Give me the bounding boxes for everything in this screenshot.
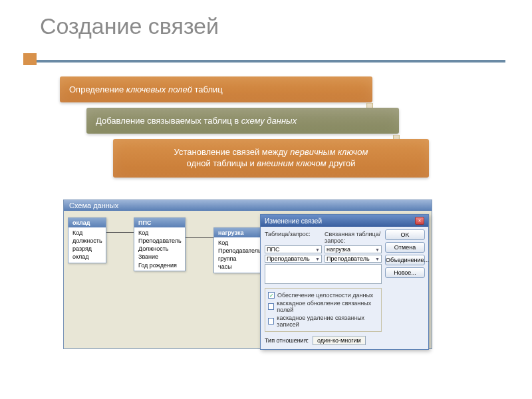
table-body: Код Преподаватель группа часы xyxy=(214,237,261,273)
table-header: нагрузка xyxy=(214,228,261,237)
combo-left-table[interactable]: ППС▼ xyxy=(265,245,322,253)
field: Преподаватель xyxy=(218,247,257,255)
step-3: Установление связей между первичным ключ… xyxy=(113,139,429,178)
slide-title: Создание связей xyxy=(40,13,532,39)
step-3-text: Установление связей между первичным ключ… xyxy=(174,147,368,168)
accent-bar xyxy=(23,53,37,65)
table-header: оклад xyxy=(68,218,106,227)
dialog-body: Таблица/запрос: Связанная таблица/запрос… xyxy=(261,227,428,349)
relation-type-row: Тип отношения: один-ко-многим xyxy=(265,336,424,345)
check-label: каскадное удаление связанных записей xyxy=(277,315,378,328)
checkbox-icon: ✓ xyxy=(268,292,275,299)
chevron-down-icon: ▼ xyxy=(315,257,320,261)
field: оклад xyxy=(72,253,102,261)
edit-relationships-dialog: Изменение связей × Таблица/запрос: Связа… xyxy=(260,214,429,350)
checkbox-row[interactable]: ✓Обеспечение целостности данных xyxy=(268,292,378,299)
table-header: ППС xyxy=(134,218,185,227)
relation-type-value: один-ко-многим xyxy=(313,336,366,345)
schema-canvas[interactable]: оклад Код должность разряд оклад ППС Код… xyxy=(64,211,432,344)
dialog-buttons: OK Отмена Объединение... Новое... xyxy=(385,229,425,278)
field: Код xyxy=(138,229,181,237)
cancel-button[interactable]: Отмена xyxy=(385,242,425,253)
close-icon[interactable]: × xyxy=(415,217,424,225)
relation-type-label: Тип отношения: xyxy=(265,337,309,344)
chevron-down-icon: ▼ xyxy=(315,247,320,252)
label-table: Таблица/запрос: xyxy=(265,231,322,244)
step-2: Добавление связываемых таблиц в схему да… xyxy=(86,108,399,134)
field: Должность xyxy=(138,245,181,253)
divider-line xyxy=(37,60,505,63)
new-button[interactable]: Новое... xyxy=(385,267,425,278)
table-nagruzka[interactable]: нагрузка Код Преподаватель группа часы xyxy=(213,227,261,273)
relation-line xyxy=(186,237,213,238)
field: Код xyxy=(72,229,102,237)
grid-blank-rows[interactable] xyxy=(265,264,382,284)
chevron-down-icon: ▼ xyxy=(375,257,380,261)
checkbox-icon xyxy=(268,303,274,310)
integrity-options: ✓Обеспечение целостности данных каскадно… xyxy=(265,288,382,332)
table-body: Код Преподаватель Должность Звание Год р… xyxy=(134,227,185,271)
dialog-title-text: Изменение связей xyxy=(265,217,322,225)
combo-left-field[interactable]: Преподаватель▼ xyxy=(265,255,322,263)
field: должность xyxy=(72,237,102,245)
check-label: Обеспечение целостности данных xyxy=(277,292,373,299)
field: Код xyxy=(218,239,257,247)
table-oklad[interactable]: оклад Код должность разряд оклад xyxy=(68,217,106,263)
chevron-down-icon: ▼ xyxy=(375,247,380,252)
step-1: Определение ключевых полей таблиц xyxy=(60,76,372,102)
schema-window: Схема данных оклад Код должность разряд … xyxy=(63,200,432,349)
dialog-titlebar: Изменение связей × xyxy=(261,215,428,227)
field: Звание xyxy=(138,253,181,261)
steps-list: Определение ключевых полей таблиц Добавл… xyxy=(0,76,532,183)
step-1-text: Определение ключевых полей таблиц xyxy=(69,84,223,94)
title-area: Создание связей xyxy=(0,0,532,46)
field: разряд xyxy=(72,245,102,253)
step-2-text: Добавление связываемых таблиц в схему да… xyxy=(96,116,297,126)
relation-line xyxy=(106,232,134,233)
table-pps[interactable]: ППС Код Преподаватель Должность Звание Г… xyxy=(134,217,186,271)
table-body: Код должность разряд оклад xyxy=(68,227,106,263)
checkbox-row[interactable]: каскадное удаление связанных записей xyxy=(268,315,378,328)
field: Преподаватель xyxy=(138,237,181,245)
check-label: каскадное обновление связанных полей xyxy=(277,300,378,313)
ok-button[interactable]: OK xyxy=(385,229,425,240)
checkbox-row[interactable]: каскадное обновление связанных полей xyxy=(268,300,378,313)
combo-right-field[interactable]: Преподаватель▼ xyxy=(325,255,382,263)
field: Год рождения xyxy=(138,261,181,269)
label-related: Связанная таблица/запрос: xyxy=(325,231,382,244)
join-type-button[interactable]: Объединение... xyxy=(385,255,425,265)
field: часы xyxy=(218,263,257,271)
schema-window-title: Схема данных xyxy=(64,200,432,211)
slide: Создание связей Определение ключевых пол… xyxy=(0,0,532,399)
combo-right-table[interactable]: нагрузка▼ xyxy=(325,245,382,253)
field: группа xyxy=(218,255,257,263)
checkbox-icon xyxy=(268,318,274,325)
